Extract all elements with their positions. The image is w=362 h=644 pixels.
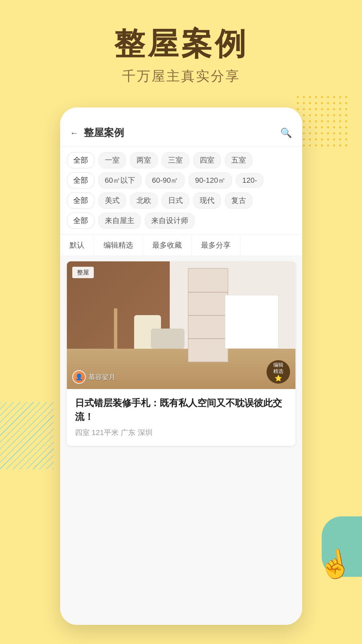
filter-area-60[interactable]: 60㎡以下 — [98, 172, 142, 188]
decorative-lines — [0, 402, 54, 469]
app-screen: ← 整屋案例 🔍 全部 一室 两室 三室 四室 五室 全部 60㎡以下 60-9… — [60, 108, 302, 625]
filter-from-owner[interactable]: 来自屋主 — [98, 213, 141, 229]
filter-row-area: 全部 60㎡以下 60-90㎡ 90-120㎡ 120- — [67, 172, 295, 188]
cabinet — [225, 295, 279, 349]
editor-pick-badge: 编辑 精选 ⭐ — [267, 360, 290, 384]
sub-title: 千万屋主真实分享 — [0, 67, 362, 85]
card-body: 日式错层装修手札：既有私人空间又不耽误彼此交流！ 四室 121平米 广东 深圳 — [67, 389, 295, 446]
ottoman — [151, 329, 185, 349]
card-title: 日式错层装修手札：既有私人空间又不耽误彼此交流！ — [75, 396, 287, 424]
card-meta: 四室 121平米 广东 深圳 — [75, 428, 287, 438]
decorative-dots — [295, 94, 349, 148]
filter-area-60-90[interactable]: 60-90㎡ — [146, 172, 185, 188]
sort-row: 默认 编辑精选 最多收藏 最多分享 — [60, 235, 302, 256]
filter-section: 全部 一室 两室 三室 四室 五室 全部 60㎡以下 60-90㎡ 90-120… — [60, 147, 302, 234]
filter-all-rooms[interactable]: 全部 — [67, 152, 94, 168]
author-avatar: 👤 — [72, 370, 86, 384]
filter-row-room-type: 全部 一室 两室 三室 四室 五室 — [67, 152, 295, 168]
sort-default[interactable]: 默认 — [60, 235, 94, 256]
filter-5-rooms[interactable]: 五室 — [225, 152, 252, 168]
main-title: 整屋案例 — [0, 27, 362, 61]
search-button[interactable]: 🔍 — [280, 127, 292, 138]
filter-all-styles[interactable]: 全部 — [67, 192, 94, 209]
phone-mockup: ← 整屋案例 🔍 全部 一室 两室 三室 四室 五室 全部 60㎡以下 60-9… — [60, 108, 302, 625]
filter-japanese[interactable]: 日式 — [162, 192, 189, 209]
app-header: ← 整屋案例 🔍 — [60, 108, 302, 147]
lamp — [114, 308, 117, 349]
decorative-hand: ☝️ — [316, 546, 355, 583]
editor-badge-line2: 精选 — [273, 368, 283, 375]
filter-4-rooms[interactable]: 四室 — [193, 152, 221, 168]
filter-all-source[interactable]: 全部 — [67, 213, 94, 229]
filter-row-style: 全部 美式 北欧 日式 现代 复古 — [67, 192, 295, 209]
filter-2-rooms[interactable]: 两室 — [130, 152, 158, 168]
filter-3-rooms[interactable]: 三室 — [162, 152, 189, 168]
filter-area-90-120[interactable]: 90-120㎡ — [189, 172, 232, 188]
title-section: 整屋案例 千万屋主真实分享 — [0, 27, 362, 85]
author-name: 慕容娑月 — [88, 373, 115, 382]
filter-modern[interactable]: 现代 — [193, 192, 221, 209]
sort-most-saved[interactable]: 最多收藏 — [143, 235, 192, 256]
sort-most-shared[interactable]: 最多分享 — [192, 235, 240, 256]
filter-1-room[interactable]: 一室 — [98, 152, 126, 168]
filter-nordic[interactable]: 北欧 — [130, 192, 158, 209]
filter-all-area[interactable]: 全部 — [67, 172, 94, 188]
sort-editor-pick[interactable]: 编辑精选 — [94, 235, 143, 256]
case-card[interactable]: 整屋 👤 慕容娑月 编辑 精选 ⭐ 日式错层装修手札：既有私人空间又不耽误彼此交… — [67, 261, 295, 446]
filter-row-source: 全部 来自屋主 来自设计师 — [67, 213, 295, 229]
back-button[interactable]: ← — [70, 128, 78, 138]
room-illustration — [67, 261, 295, 389]
page-title: 整屋案例 — [84, 126, 280, 140]
editor-badge-line1: 编辑 — [273, 361, 283, 368]
filter-area-120plus[interactable]: 120- — [236, 173, 264, 188]
filter-vintage[interactable]: 复古 — [225, 192, 252, 209]
card-image: 整屋 👤 慕容娑月 编辑 精选 ⭐ — [67, 261, 295, 389]
filter-american[interactable]: 美式 — [98, 192, 126, 209]
card-type-badge: 整屋 — [72, 267, 94, 278]
card-author: 👤 慕容娑月 — [72, 370, 115, 384]
filter-from-designer[interactable]: 来自设计师 — [145, 213, 195, 229]
bookshelf — [188, 268, 228, 362]
